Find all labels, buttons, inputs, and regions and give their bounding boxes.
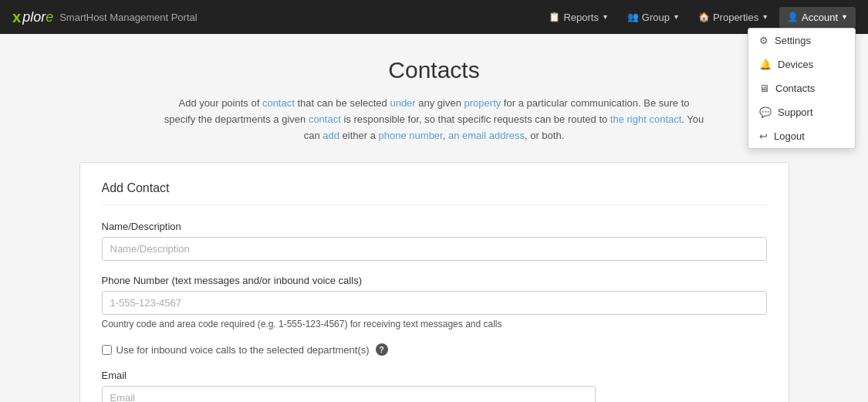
nav-item-properties: 🏠 Properties ▼ xyxy=(691,7,776,28)
group-icon: 👥 xyxy=(627,12,639,22)
phone-link[interactable]: phone number xyxy=(379,130,443,141)
page-description: Add your points of contact that can be s… xyxy=(164,96,704,144)
properties-caret: ▼ xyxy=(762,13,768,21)
group-label: Group xyxy=(642,12,670,23)
main-content: Contacts Add your points of contact that… xyxy=(64,34,805,402)
brand-logo: x plore xyxy=(12,8,53,26)
account-icon: 👤 xyxy=(787,12,799,22)
name-group: Name/Description xyxy=(102,221,767,261)
phone-group: Phone Number (text messages and/or inbou… xyxy=(102,275,767,329)
hint-and: and xyxy=(159,319,174,329)
contacts-icon: 🖥 xyxy=(759,83,769,94)
account-label: Account xyxy=(802,12,838,23)
properties-button[interactable]: 🏠 Properties ▼ xyxy=(691,7,776,28)
account-button[interactable]: 👤 Account ▼ xyxy=(779,7,856,28)
support-label: Support xyxy=(778,106,813,118)
brand: x plore SmartHost Management Portal xyxy=(12,8,198,26)
navbar: x plore SmartHost Management Portal 📋 Re… xyxy=(0,0,868,34)
navbar-nav: 📋 Reports ▼ 👥 Group ▼ 🏠 Properties ▼ 👤 A… xyxy=(541,7,856,28)
dropdown-settings[interactable]: ⚙ Settings xyxy=(748,29,855,52)
contacts-label: Contacts xyxy=(775,83,815,94)
devices-label: Devices xyxy=(778,59,813,70)
account-caret: ▼ xyxy=(841,13,848,21)
contact-link[interactable]: contact xyxy=(262,97,295,109)
nav-item-group: 👥 Group ▼ xyxy=(620,7,687,28)
nav-item-account: 👤 Account ▼ ⚙ Settings 🔔 Devices 🖥 Conta… xyxy=(779,7,856,28)
email-input[interactable] xyxy=(102,386,596,402)
hint-country-prefix: Country code xyxy=(102,319,160,329)
dropdown-devices[interactable]: 🔔 Devices xyxy=(748,52,855,76)
reports-label: Reports xyxy=(563,12,599,23)
properties-label: Properties xyxy=(713,12,758,23)
voice-checkbox-item: Use for inbound voice calls to the selec… xyxy=(102,343,767,356)
dropdown-support[interactable]: 💬 Support xyxy=(748,100,855,124)
nav-item-reports: 📋 Reports ▼ xyxy=(541,7,616,28)
page-title: Contacts xyxy=(79,57,789,83)
help-icon[interactable]: ? xyxy=(376,343,388,356)
phone-hint: Country code and area code required (e.g… xyxy=(102,319,767,329)
group-caret: ▼ xyxy=(673,13,680,21)
under-link[interactable]: under xyxy=(390,97,415,109)
logout-label: Logout xyxy=(774,130,805,142)
brand-x-letter: x xyxy=(12,8,21,26)
reports-icon: 📋 xyxy=(549,12,560,22)
voice-checkbox-label: Use for inbound voice calls to the selec… xyxy=(117,344,370,356)
name-input[interactable] xyxy=(102,237,767,261)
reports-caret: ▼ xyxy=(602,13,609,21)
email-link[interactable]: an email address xyxy=(448,130,525,141)
contact-link2[interactable]: contact xyxy=(309,113,341,125)
hint-area-code: area code xyxy=(174,319,221,329)
email-label: Email xyxy=(102,370,767,381)
settings-icon: ⚙ xyxy=(759,35,768,46)
logout-icon: ↩ xyxy=(759,130,768,142)
right-contact-link[interactable]: the right contact xyxy=(610,113,682,125)
properties-icon: 🏠 xyxy=(698,12,710,22)
phone-label: Phone Number (text messages and/or inbou… xyxy=(102,275,767,286)
brand-plore-text: plore xyxy=(22,9,53,25)
voice-group: Use for inbound voice calls to the selec… xyxy=(102,343,767,356)
dropdown-logout[interactable]: ↩ Logout xyxy=(748,124,855,148)
group-button[interactable]: 👥 Group ▼ xyxy=(620,7,687,28)
name-label: Name/Description xyxy=(102,221,767,232)
settings-label: Settings xyxy=(775,35,811,46)
brand-subtitle: SmartHost Management Portal xyxy=(59,12,197,23)
hint-required: required (e.g. 1-555-123-4567) for recei… xyxy=(221,319,502,329)
phone-input[interactable] xyxy=(102,291,767,315)
add-link[interactable]: add xyxy=(323,130,339,141)
voice-checkbox[interactable] xyxy=(102,345,112,355)
add-contact-card: Add Contact Name/Description Phone Numbe… xyxy=(79,162,789,402)
support-icon: 💬 xyxy=(759,106,772,118)
card-title: Add Contact xyxy=(102,181,767,205)
devices-icon: 🔔 xyxy=(759,59,772,70)
email-group: Email xyxy=(102,370,767,402)
account-dropdown: ⚙ Settings 🔔 Devices 🖥 Contacts 💬 Suppor… xyxy=(748,28,856,149)
property-link[interactable]: property xyxy=(464,97,502,109)
reports-button[interactable]: 📋 Reports ▼ xyxy=(541,7,616,28)
dropdown-contacts[interactable]: 🖥 Contacts xyxy=(748,76,855,100)
